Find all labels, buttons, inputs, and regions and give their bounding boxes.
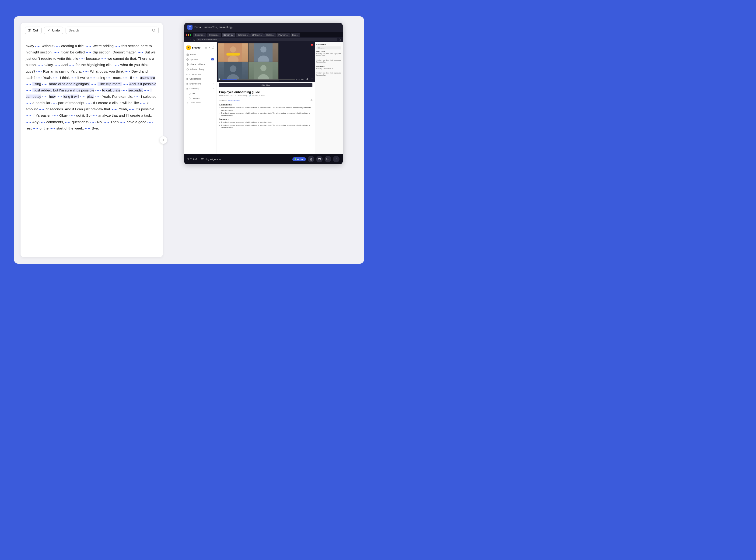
dot-sep: •••• [55, 63, 60, 67]
undo-button[interactable]: Undo [44, 26, 63, 34]
progress-fill [222, 79, 237, 80]
svg-point-39 [230, 65, 237, 72]
tab-payment[interactable]: Paymen... [277, 33, 290, 37]
doc-template-row: Template: General notes [219, 98, 313, 102]
chevron-right-eng-icon [212, 83, 214, 85]
dot-sep: •••• [38, 63, 44, 67]
svg-rect-17 [187, 78, 187, 79]
comment-text-1: Contrary to a piece of cla to populate t… [316, 53, 341, 57]
progress-bar[interactable] [222, 79, 295, 80]
chevron-right-small-icon [212, 78, 214, 80]
svg-point-5 [152, 29, 155, 32]
tab-summary[interactable]: Summar... [193, 33, 206, 37]
svg-rect-27 [187, 89, 188, 89]
more-options-button[interactable] [333, 156, 339, 162]
mic-button[interactable] [308, 156, 314, 162]
dot-sep: •••• [123, 83, 128, 86]
dot-sep: •••• [90, 76, 96, 80]
chevron-down-template-icon [241, 99, 243, 101]
dot-sep: •••• [144, 89, 150, 92]
invite-people-button[interactable]: + Invite people [184, 101, 217, 105]
dot-sep: •••• [140, 101, 146, 105]
sidebar-item-onboarding[interactable]: Onboarding [184, 76, 217, 81]
dot-sep: •••• [86, 51, 92, 54]
highlighted-text: play. [87, 95, 94, 98]
sidebar-onboarding-label: Onboarding [190, 78, 201, 80]
svg-rect-34 [226, 53, 240, 56]
app-ui: B Bluedot Home Updates 1 [184, 42, 343, 154]
comment-search[interactable]: Q Searc... [316, 46, 341, 49]
doc-title: Employee onboarding guide [219, 90, 313, 94]
sidebar-engineering-label: Engineering [190, 82, 201, 85]
template-label: Template: [219, 99, 227, 101]
fullscreen-button[interactable] [310, 78, 314, 81]
sidebar-item-engineering[interactable]: Engineering [184, 81, 217, 86]
dot-sep: •••• [125, 70, 131, 73]
highlighted-text: to calculate [102, 88, 120, 92]
left-panel: Cut Undo away •••• without •••• creating… [21, 23, 163, 257]
cut-icon [28, 29, 32, 32]
svg-rect-22 [187, 83, 188, 83]
dot-sep: •••• [115, 44, 120, 48]
screen-share-bottom-button[interactable] [324, 156, 331, 162]
sidebar-item-marketing[interactable]: Marketing [184, 86, 217, 91]
dot-sep: •••• [129, 108, 135, 111]
updates-icon [186, 58, 189, 61]
tab-onboard[interactable]: Onboard... [207, 33, 221, 37]
comment-author-1: Dima Eremi... [316, 51, 341, 53]
sidebar-item-shared[interactable]: Shared with me [184, 62, 217, 67]
sidebar-item-home[interactable]: Home [184, 52, 217, 57]
tab-extension[interactable]: Extensio... [236, 33, 250, 37]
sidebar-item-ppc[interactable]: PPC [184, 91, 217, 96]
collection-icon [186, 78, 188, 80]
svg-point-0 [29, 29, 29, 30]
recording-dot [311, 44, 313, 46]
toolbar: Cut Undo [21, 23, 163, 38]
summary-title: Summary [219, 118, 313, 120]
home-icon [186, 54, 189, 56]
svg-marker-45 [306, 78, 307, 80]
svg-rect-19 [187, 79, 188, 79]
gear-icon [311, 99, 313, 101]
svg-rect-50 [327, 158, 329, 160]
svg-point-42 [260, 65, 266, 71]
dot-sep: •••• [36, 76, 42, 80]
volume-button[interactable] [306, 78, 309, 81]
volume-icon [306, 78, 309, 80]
svg-line-6 [155, 31, 155, 32]
chevron-right-icon [162, 139, 165, 141]
add-video-button[interactable]: Add video [219, 83, 313, 87]
active-badge: Active [292, 157, 306, 161]
sidebar-private-label: Private Library [190, 68, 204, 71]
cut-label: Cut [33, 28, 38, 32]
dot-sep: •••• [49, 127, 55, 130]
camera-button[interactable] [316, 156, 323, 162]
tab-screen[interactable]: Screen s... [222, 33, 235, 37]
sidebar-ppc-label: PPC [192, 92, 197, 95]
close-icon [208, 46, 211, 49]
sidebar-item-updates[interactable]: Updates 1 [184, 57, 217, 62]
comment-text-3: Contrary to c classical se... [316, 68, 341, 69]
cut-button[interactable]: Cut [25, 26, 42, 34]
play-button[interactable] [218, 78, 221, 81]
action-item-2: The client needs a secure and reliable p… [219, 112, 313, 117]
tab-collab[interactable]: Collab... [264, 33, 276, 37]
dot-sep: •••• [54, 51, 60, 54]
video-bottom-bar: 9:26 AM | Weekly alignment Active [184, 154, 343, 164]
video-window: Dima Eremin (You, presenting) Summar... … [184, 23, 343, 164]
url-input[interactable]: app.bluedot.ai/recorder [197, 38, 337, 41]
tab-blue[interactable]: Blue... [291, 33, 300, 37]
person-2-avatar [248, 43, 278, 62]
tab-lp[interactable]: LP Bluet... [251, 33, 264, 37]
presenter-label: Dima Eremin (You, presenting) [194, 26, 233, 29]
dot-sep: •••• [54, 44, 60, 48]
shared-icon [186, 63, 189, 65]
sidebar-item-content[interactable]: Content [184, 96, 217, 101]
transcript-area: away •••• without •••• creating a title.… [21, 38, 163, 257]
bottom-bar-right: Active [292, 156, 339, 162]
search-input[interactable] [68, 28, 150, 32]
dot-sep: •••• [86, 44, 92, 48]
sidebar-item-private[interactable]: Private Library [184, 67, 217, 72]
template-settings-icon[interactable] [311, 98, 313, 102]
collapse-panel-button[interactable] [160, 136, 167, 144]
